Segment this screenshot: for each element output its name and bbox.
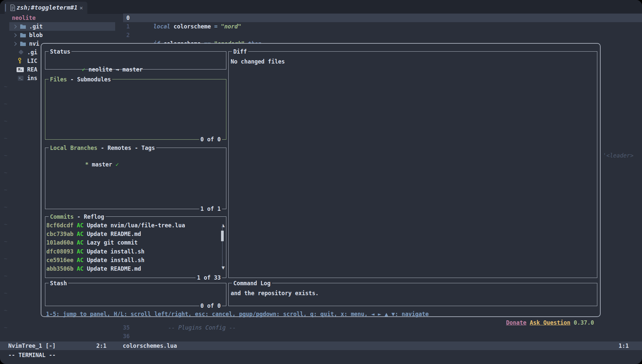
branches-title-active: Local Branches <box>50 145 97 151</box>
files-counter: 0 of 0 <box>199 135 222 144</box>
branches-counter: 1 of 1 <box>199 205 222 213</box>
donate-link[interactable]: Donate <box>506 319 526 326</box>
line-number: 1 <box>116 22 130 31</box>
diff-panel[interactable]: Diff No changed files <box>228 51 597 278</box>
current-branch-star: * <box>85 161 88 168</box>
comment-token: -- Plugins Config -- <box>168 323 236 332</box>
lazygit-footer-links: DonateAsk Question0.37.0 <box>479 310 594 336</box>
statusline: NvimTree_1 [-] 2:1 colorschemes.lua 1:1 <box>0 341 642 350</box>
tab-title: zsh;#toggleterm#1 <box>17 3 77 12</box>
tree-item-label: REA <box>27 65 37 74</box>
string-token: "nord" <box>221 23 241 30</box>
tree-item-blob[interactable]: blob <box>0 31 117 39</box>
commits-panel[interactable]: Commits - Reflog 8cf6dcdfACUpdate nvim/l… <box>45 216 226 278</box>
statusline-tree-position: 2:1 <box>96 341 107 350</box>
command-log-panel[interactable]: Command Log and the repository exists. <box>228 283 597 306</box>
line-number: 35 <box>116 323 130 332</box>
terminal-tab[interactable]: zsh;#toggleterm#1 × <box>5 2 87 14</box>
commit-message: Update install.sh <box>87 248 144 255</box>
branches-title-rest: - Remotes - Tags <box>97 145 155 151</box>
commits-panel-title: Commits - Reflog <box>49 212 106 221</box>
diff-panel-title: Diff <box>232 47 248 56</box>
commit-hash: dfc08093 <box>46 248 73 255</box>
command-log-content: and the repository exists. <box>231 289 597 297</box>
empty-buffer-tildes: ~ ~ ~ ~ ~ ~ ~ ~ ~ ~ ~ ~ ~ ~ ~ <box>4 78 7 336</box>
statusline-filename: colorschemes.lua <box>123 341 177 350</box>
commit-message: Lazy git commit <box>87 239 138 246</box>
keybindings-hint: 1-5: jump to panel, H/L: scroll left/rig… <box>46 310 429 318</box>
files-title-active: Files <box>50 76 67 83</box>
key-icon <box>17 58 22 64</box>
scrollbar-thumb[interactable] <box>221 231 224 241</box>
ask-question-link[interactable]: Ask Question <box>530 319 571 326</box>
commit-row[interactable]: cbc739abACUpdate README.md <box>46 230 226 238</box>
commit-message: Update README.md <box>87 265 141 272</box>
tree-item-label: blob <box>29 31 43 39</box>
operator-token: = <box>214 23 217 30</box>
branch-row[interactable]: *master✓ <box>51 152 226 177</box>
chevron-right-icon <box>13 42 17 46</box>
tree-item-label: .gi <box>27 48 37 57</box>
check-icon: ✓ <box>115 161 119 168</box>
chevron-right-icon <box>13 24 17 29</box>
commit-author-tag: AC <box>77 257 83 263</box>
status-text: neolite → master <box>89 66 143 73</box>
check-icon: ✓ <box>82 66 85 73</box>
tree-item-label: nvi <box>29 39 39 48</box>
commit-row[interactable]: dfc08093ACUpdate install.sh <box>46 247 226 256</box>
commits-counter: 1 of 33 <box>196 273 222 282</box>
commit-hash: ce5916ee <box>46 257 73 263</box>
git-file-icon <box>19 50 24 55</box>
commit-hash: cbc739ab <box>46 231 73 237</box>
command-log-panel-title: Command Log <box>232 279 272 288</box>
stash-panel-title: Stash <box>49 279 68 288</box>
status-panel[interactable]: Status ✓neolite → master <box>45 51 226 69</box>
stash-panel[interactable]: Stash 0 of 0 <box>45 283 226 306</box>
shell-script-icon: >_ <box>18 76 23 81</box>
tree-item-label: ins <box>27 74 37 82</box>
diff-content: No changed files <box>231 57 597 66</box>
line-number: 2 <box>116 31 130 39</box>
files-panel[interactable]: Files - Submodules 0 of 0 <box>45 79 226 140</box>
commit-hash: 101ad60a <box>46 239 73 246</box>
scroll-down-icon[interactable]: ▼ <box>222 265 225 270</box>
app-window: zsh;#toggleterm#1 × neolite .git blob <box>0 0 642 364</box>
leader-marker: '<leader> <box>603 151 633 160</box>
folder-icon <box>20 41 26 46</box>
commit-row[interactable]: 101ad60aACLazy git commit <box>46 238 226 247</box>
commits-title-active: Commits <box>50 213 74 220</box>
commit-message: Update install.sh <box>87 257 144 263</box>
commit-row[interactable]: 8cf6dcdfACUpdate nvim/lua/file-tree.lua <box>46 221 226 230</box>
version-label: 0.37.0 <box>574 319 594 326</box>
commit-author-tag: AC <box>77 248 83 255</box>
tab-accent-bar <box>5 4 6 12</box>
stash-counter: 0 of 0 <box>199 301 222 310</box>
branch-name: master <box>92 161 112 168</box>
branches-panel-title: Local Branches - Remotes - Tags <box>49 144 156 152</box>
files-title-rest: - Submodules <box>67 76 111 83</box>
lazygit-window: Status ✓neolite → master Files - Submodu… <box>41 43 601 317</box>
commit-row[interactable]: ce5916eeACUpdate install.sh <box>46 256 226 264</box>
commit-hash: abb3506b <box>46 265 73 272</box>
keyword-token: local <box>153 23 170 30</box>
screen: zsh;#toggleterm#1 × neolite .git blob <box>0 0 642 364</box>
branches-panel[interactable]: Local Branches - Remotes - Tags *master✓… <box>45 148 226 209</box>
tree-item-label: LIC <box>27 57 37 65</box>
status-panel-title: Status <box>49 47 71 56</box>
commit-author-tag: AC <box>77 222 83 229</box>
commit-author-tag: AC <box>77 265 83 272</box>
chevron-right-icon <box>13 33 17 37</box>
tree-item-label: .git <box>29 22 43 31</box>
folder-icon <box>20 24 26 29</box>
tree-root-label: neolite <box>12 14 36 22</box>
tree-root[interactable]: neolite <box>0 14 117 22</box>
file-icon <box>10 4 16 11</box>
commit-row[interactable]: abb3506bACUpdate README.md <box>46 264 226 273</box>
tree-item-git[interactable]: .git <box>9 22 115 31</box>
folder-icon <box>20 33 26 38</box>
commits-title-rest: - Reflog <box>74 213 104 220</box>
markdown-icon: M↓ <box>17 67 24 72</box>
tab-close-icon[interactable]: × <box>79 4 83 12</box>
line-number: 0 <box>116 14 130 22</box>
tabline: zsh;#toggleterm#1 × <box>0 0 642 14</box>
